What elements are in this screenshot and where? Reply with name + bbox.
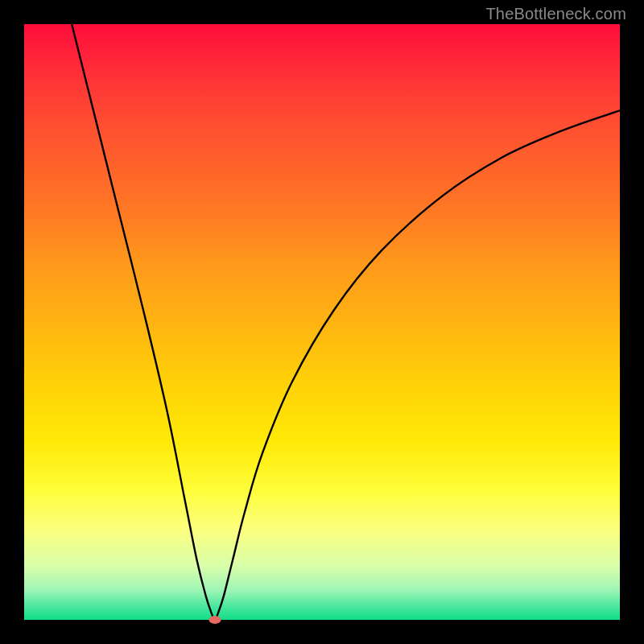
curve-svg <box>24 24 620 620</box>
minimum-marker <box>208 616 221 624</box>
chart-frame: TheBottleneck.com <box>0 0 644 644</box>
watermark-text: TheBottleneck.com <box>485 5 626 23</box>
plot-area <box>24 24 620 620</box>
bottleneck-curve-path <box>72 24 620 620</box>
